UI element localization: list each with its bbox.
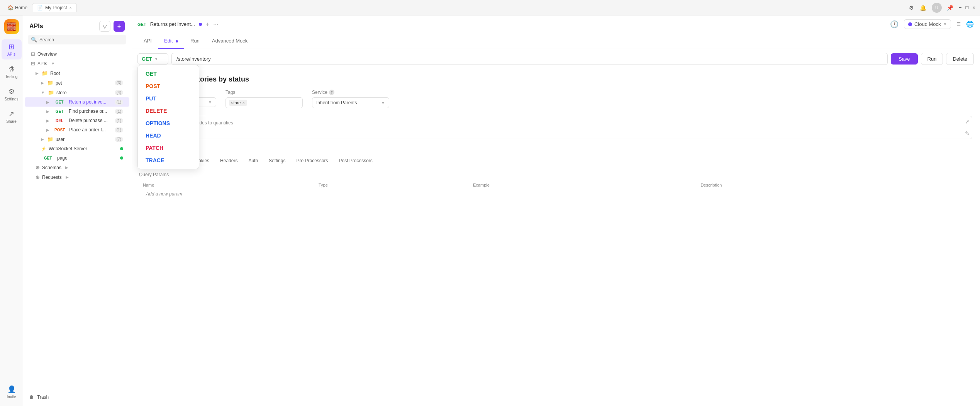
more-options-icon[interactable]: ···	[213, 21, 218, 28]
service-label: Service ?	[312, 90, 389, 95]
service-select[interactable]: Inherit from Parents ▼	[312, 97, 389, 108]
method-option-put[interactable]: PUT	[138, 92, 199, 105]
add-tab-button[interactable]: +	[206, 21, 209, 28]
delete-button[interactable]: Delete	[946, 53, 974, 65]
settings-icon[interactable]: ⚙	[909, 5, 915, 11]
sidebar-item-pet[interactable]: ▶ 📁 pet (3)	[25, 78, 129, 88]
store-chevron: ▼	[41, 90, 45, 95]
schemas-icon: ⊕	[36, 165, 40, 170]
notification-icon[interactable]: 🔔	[920, 5, 926, 11]
app-layout: 🧱 ⊞ APIs ⚗ Testing ⚙ Settings ↗ Share 👤 …	[0, 15, 980, 406]
expand-icon[interactable]: ⤢	[965, 119, 970, 125]
sidebar-item-schemas[interactable]: ⊕ Schemas ▶	[25, 163, 129, 172]
requests-chevron: ▶	[66, 175, 69, 179]
close-button[interactable]: ×	[972, 5, 975, 10]
add-api-button[interactable]: +	[114, 21, 125, 32]
icon-rail: 🧱 ⊞ APIs ⚗ Testing ⚙ Settings ↗ Share 👤 …	[0, 15, 23, 406]
tab-run[interactable]: Run	[184, 33, 206, 49]
store-label: store	[56, 90, 67, 95]
sidebar-item-overview[interactable]: ⊟ Overview	[25, 49, 129, 59]
params-header: Params	[139, 145, 972, 151]
sidebar-item-root[interactable]: ▶ 📁 Root	[25, 68, 129, 78]
sidebar-item-del-purchase[interactable]: ▶ DEL Delete purchase ... (1)	[25, 116, 129, 125]
root-folder-icon: 📁	[42, 70, 48, 76]
home-tab[interactable]: 🏠 Home	[5, 3, 31, 12]
sidebar-item-get-inventory[interactable]: ▶ GET Returns pet inve... (1)	[25, 97, 129, 107]
add-param-placeholder[interactable]: Add a new param	[143, 190, 185, 198]
params-tab-pre-processors[interactable]: Pre Processors	[291, 155, 333, 167]
unsaved-indicator	[199, 23, 202, 26]
main-content: GET Returns pet invent... + ··· 🕐 Cloud …	[131, 15, 980, 406]
trash-item[interactable]: 🗑 Trash	[29, 392, 125, 402]
requests-icon: ⊕	[36, 174, 40, 180]
sidebar-item-requests[interactable]: ⊕ Requests ▶	[25, 172, 129, 182]
sidebar-item-apis[interactable]: ⊞ APIs ▼	[25, 59, 129, 68]
sidebar-item-user[interactable]: ▶ 📁 user (7)	[25, 134, 129, 144]
minimize-button[interactable]: −	[959, 5, 962, 10]
edit-icon[interactable]: ✎	[965, 130, 970, 136]
method-option-trace[interactable]: TRACE	[138, 154, 199, 166]
tab-api[interactable]: API	[137, 33, 158, 49]
overview-label: Overview	[37, 51, 57, 57]
rail-item-settings[interactable]: ⚙ Settings	[2, 84, 22, 104]
run-button[interactable]: Run	[921, 53, 943, 65]
tag-remove-icon[interactable]: ×	[242, 100, 244, 105]
project-tab-icon: 📄	[37, 5, 43, 10]
app-logo: 🧱	[4, 19, 19, 34]
del-purch-label: Delete purchase ...	[69, 118, 108, 123]
tabs-bar: API Edit Run Advanced Mock	[131, 33, 980, 49]
method-chevron-icon: ▼	[154, 57, 158, 61]
sidebar-item-store[interactable]: ▼ 📁 store (4)	[25, 88, 129, 97]
url-input[interactable]	[171, 53, 888, 65]
params-tab-headers[interactable]: Headers	[215, 155, 243, 167]
maximize-button[interactable]: □	[966, 5, 969, 10]
titlebar: 🏠 Home 📄 My Project × ⚙ 🔔 U 📌 − □ ×	[0, 0, 980, 15]
trash-label: Trash	[37, 394, 49, 400]
method-option-post[interactable]: POST	[138, 80, 199, 92]
rail-item-apis[interactable]: ⊞ APIs	[2, 39, 22, 59]
filter-button[interactable]: ▽	[99, 21, 110, 32]
globe-icon[interactable]: 🌐	[966, 20, 974, 28]
apis-chevron: ▼	[51, 61, 55, 66]
params-tab-settings[interactable]: Settings	[263, 155, 291, 167]
tags-input[interactable]: store ×	[226, 97, 303, 108]
rail-item-settings-label: Settings	[4, 97, 18, 101]
pin-icon[interactable]: 📌	[947, 5, 953, 11]
page-status-dot	[120, 156, 123, 160]
method-option-head[interactable]: HEAD	[138, 129, 199, 142]
close-tab-icon[interactable]: ×	[70, 6, 72, 10]
rail-item-invite[interactable]: 👤 Invite	[2, 382, 22, 402]
tab-edit[interactable]: Edit	[158, 33, 184, 49]
params-tab-auth[interactable]: Auth	[243, 155, 263, 167]
params-tab-post-processors[interactable]: Post Processors	[334, 155, 378, 167]
cloud-mock-label: Cloud Mock	[914, 21, 941, 27]
api-name: Returns pet invent...	[150, 21, 195, 27]
menu-icon[interactable]: ≡	[956, 20, 961, 28]
cloud-mock-button[interactable]: Cloud Mock ▼	[904, 19, 951, 29]
post-order-method: POST	[53, 127, 67, 133]
history-icon[interactable]: 🕐	[890, 20, 899, 29]
sidebar-item-websocket[interactable]: ⚡ WebSocket Server	[25, 144, 129, 153]
method-option-patch[interactable]: PATCH	[138, 142, 199, 154]
save-button[interactable]: Save	[891, 53, 918, 65]
pet-label: pet	[56, 80, 62, 86]
project-tab[interactable]: 📄 My Project ×	[32, 3, 77, 12]
method-option-options[interactable]: OPTIONS	[138, 117, 199, 129]
method-option-get[interactable]: GET	[138, 68, 199, 80]
sidebar-item-get-purchase[interactable]: ▶ GET Find purchase or... (1)	[25, 107, 129, 116]
apis-nav-label: APIs	[37, 61, 47, 66]
method-option-delete[interactable]: DELETE	[138, 105, 199, 117]
search-input[interactable]	[39, 37, 123, 42]
avatar[interactable]: U	[932, 3, 942, 13]
sidebar-item-page[interactable]: GET page	[25, 153, 129, 163]
col-description: Description	[697, 181, 972, 189]
rail-item-testing[interactable]: ⚗ Testing	[2, 62, 22, 82]
description-area[interactable]: Returns a map of status codes to quantit…	[139, 116, 972, 139]
cloud-mock-chevron: ▼	[943, 22, 947, 26]
method-dropdown-button[interactable]: GET ▼	[137, 53, 168, 65]
sidebar-item-post-order[interactable]: ▶ POST Place an order f... (1)	[25, 125, 129, 134]
home-label: Home	[15, 5, 27, 10]
tab-advanced-mock[interactable]: Advanced Mock	[206, 33, 254, 49]
rail-item-share[interactable]: ↗ Share	[2, 107, 22, 127]
win-controls: − □ ×	[959, 5, 975, 10]
